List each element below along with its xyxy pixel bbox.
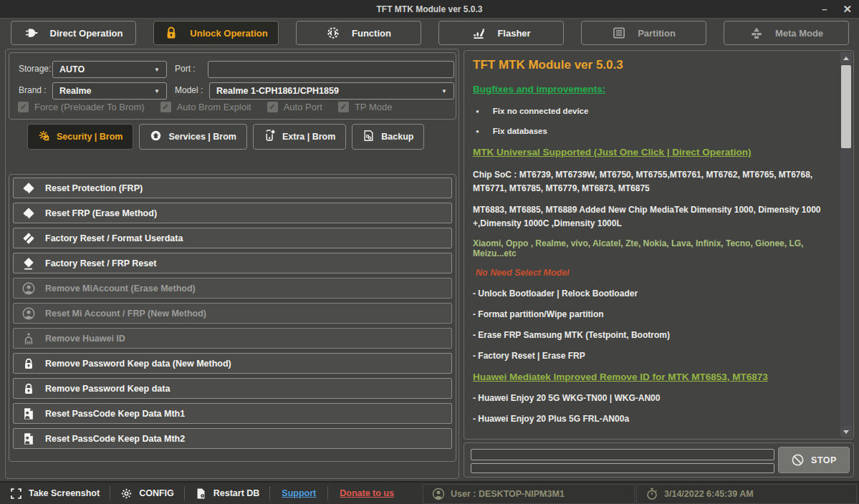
donate-link[interactable]: Donate to us bbox=[328, 488, 405, 498]
op-label: Reset PassCode Keep Data Mth2 bbox=[45, 434, 185, 444]
tab-meta-mode[interactable]: Meta Mode bbox=[724, 21, 849, 45]
scroll-up-arrow[interactable] bbox=[840, 52, 852, 64]
subtab-label: Extra | Brom bbox=[282, 132, 335, 142]
port-input[interactable] bbox=[208, 61, 454, 78]
checkbox-icon bbox=[160, 102, 171, 112]
lock-icon bbox=[22, 382, 35, 395]
changelog-scrollbar[interactable] bbox=[840, 52, 852, 437]
op-label: Factory Reset / Format Userdata bbox=[45, 233, 183, 243]
op-remove-password-keep-data-new[interactable]: Remove Password Keep data (New Method) bbox=[13, 353, 452, 374]
tab-label: Direct Operation bbox=[50, 28, 123, 39]
timestamp-label: 3/14/2022 6:45:39 AM bbox=[664, 489, 754, 499]
op-reset-passcode-keep-data-mth2[interactable]: Reset PassCode Keep Data Mth2 bbox=[13, 428, 452, 449]
config-button[interactable]: CONFIG bbox=[110, 488, 184, 500]
checkbox-label: Force (Preloader To Brom) bbox=[34, 102, 145, 112]
minimize-button[interactable]: – bbox=[822, 4, 827, 14]
changelog-content: TFT MTK Module ver 5.0.3 Bugfixes and im… bbox=[464, 51, 842, 439]
eraser-icon bbox=[22, 207, 35, 220]
progress-panel: STOP bbox=[464, 442, 854, 478]
chip-soc-text: Chip SoC : MT6739, MT6739W, MT6750, MT67… bbox=[473, 168, 838, 195]
restart-db-icon bbox=[195, 488, 207, 500]
op-reset-frp-erase[interactable]: Reset FRP (Erase Method) bbox=[13, 203, 452, 223]
take-screenshot-label: Take Screenshot bbox=[29, 488, 100, 498]
scroll-down-arrow[interactable] bbox=[840, 426, 852, 437]
checkbox-force-preloader[interactable]: Force (Preloader To Brom) bbox=[18, 102, 145, 112]
op-remove-password-keep-data[interactable]: Remove Password Keep data bbox=[13, 378, 452, 399]
subtab-extra-brom[interactable]: Extra | Brom bbox=[253, 124, 346, 150]
subtab-label: Security | Brom bbox=[57, 132, 123, 142]
checkbox-label: TP Mode bbox=[355, 102, 393, 112]
op-label: Reset FRP (Erase Method) bbox=[45, 208, 157, 218]
subtab-security-brom[interactable]: Security | Brom bbox=[27, 124, 133, 150]
op-remove-huawei-id[interactable]: Remove Huawei ID bbox=[13, 328, 452, 349]
partition-icon bbox=[612, 26, 626, 40]
storage-value: AUTO bbox=[59, 64, 85, 74]
bugfix-item: Fix no connected device bbox=[473, 107, 838, 115]
tab-function[interactable]: Function bbox=[296, 21, 421, 45]
op-label: Reset Protection (FRP) bbox=[45, 183, 143, 193]
function-icon bbox=[326, 26, 340, 40]
checkbox-auto-port[interactable]: Auto Port bbox=[267, 102, 322, 112]
gear-icon bbox=[120, 488, 133, 500]
status-bar: Take Screenshot CONFIG Restart DB Suppor… bbox=[0, 481, 859, 504]
op-reset-passcode-keep-data-mth1[interactable]: Reset PassCode Keep Data Mth1 bbox=[13, 403, 452, 424]
tab-label: Flasher bbox=[497, 28, 530, 39]
op-label: Remove Password Keep data bbox=[45, 384, 170, 394]
window-title: TFT MTK Module ver 5.0.3 bbox=[376, 4, 482, 14]
storage-select[interactable]: AUTO bbox=[52, 61, 167, 78]
main-toolbar: Direct Operation Unlock Operation Functi… bbox=[0, 19, 859, 47]
gear-check-icon bbox=[38, 130, 50, 144]
tab-unlock-operation[interactable]: Unlock Operation bbox=[153, 21, 279, 45]
op-remove-miaccount-erase[interactable]: Remove MiAccount (Erase Method) bbox=[13, 278, 452, 299]
changelog-title: TFT MTK Module ver 5.0.3 bbox=[473, 58, 838, 72]
scrollbar-thumb[interactable] bbox=[841, 65, 851, 148]
op-label: Reset PassCode Keep Data Mth1 bbox=[45, 409, 185, 419]
operations-list: Reset Protection (FRP) Reset FRP (Erase … bbox=[9, 174, 456, 462]
checkbox-auto-brom-exploit[interactable]: Auto Brom Exploit bbox=[160, 102, 251, 112]
model-select[interactable]: Realme 1-CPH1861/CPH1859 bbox=[209, 82, 454, 100]
lock-icon bbox=[22, 357, 35, 370]
restart-db-button[interactable]: Restart DB bbox=[185, 488, 270, 500]
user-label: User : DESKTOP-NIPM3M1 bbox=[451, 489, 565, 499]
op-factory-reset-format-userdata[interactable]: Factory Reset / Format Userdata bbox=[13, 228, 452, 248]
feature-line: - Unlock Bootloader | Relock Bootloader bbox=[473, 289, 838, 299]
support-link[interactable]: Support bbox=[270, 488, 327, 498]
config-label: CONFIG bbox=[139, 488, 174, 498]
no-need-select-model-note: No Need Select Model bbox=[473, 268, 838, 278]
person-doc-icon bbox=[22, 432, 35, 445]
close-button[interactable]: ✕ bbox=[843, 4, 852, 14]
model-value: Realme 1-CPH1861/CPH1859 bbox=[216, 86, 339, 96]
op-reset-protection-frp[interactable]: Reset Protection (FRP) bbox=[13, 178, 452, 198]
take-screenshot-button[interactable]: Take Screenshot bbox=[0, 488, 110, 500]
user-icon bbox=[432, 488, 445, 500]
restart-db-label: Restart DB bbox=[213, 488, 260, 498]
op-label: Factory Reset / FRP Reset bbox=[45, 258, 156, 268]
stop-prohibition-icon bbox=[791, 453, 805, 467]
huawei-id-icon bbox=[22, 332, 35, 345]
tab-flasher[interactable]: Flasher bbox=[438, 21, 564, 45]
tab-label: Partition bbox=[638, 28, 676, 39]
checkbox-icon bbox=[338, 102, 349, 112]
bugfix-item: Fix databases bbox=[473, 127, 838, 135]
checkbox-icon bbox=[18, 102, 29, 112]
lock-icon bbox=[164, 26, 178, 40]
flasher-icon bbox=[471, 26, 486, 40]
checkbox-tp-mode[interactable]: TP Mode bbox=[338, 102, 393, 112]
op-reset-mi-account-frp-new[interactable]: Reset Mi Account / FRP (New Method) bbox=[13, 303, 452, 324]
subtab-services-brom[interactable]: Services | Brom bbox=[139, 124, 247, 150]
operations-panel: Storage: AUTO Port : Brand : Realme Mode… bbox=[5, 49, 459, 479]
clock-status: 3/14/2022 6:45:39 AM bbox=[636, 484, 857, 504]
storage-label: Storage: bbox=[19, 64, 51, 74]
tab-partition[interactable]: Partition bbox=[581, 21, 706, 45]
op-factory-reset-frp-reset[interactable]: Factory Reset / FRP Reset bbox=[13, 253, 452, 273]
subtab-backup[interactable]: Backup bbox=[352, 124, 424, 150]
tab-direct-operation[interactable]: Direct Operation bbox=[11, 21, 136, 45]
brand-value: Realme bbox=[59, 86, 91, 96]
brand-select[interactable]: Realme bbox=[52, 82, 167, 100]
globe-home-icon bbox=[150, 130, 162, 144]
stop-button[interactable]: STOP bbox=[778, 447, 850, 473]
subtab-label: Services | Brom bbox=[168, 132, 236, 142]
stopwatch-icon bbox=[646, 488, 658, 500]
port-label: Port : bbox=[175, 64, 196, 74]
op-label: Remove Password Keep data (New Method) bbox=[45, 359, 231, 369]
